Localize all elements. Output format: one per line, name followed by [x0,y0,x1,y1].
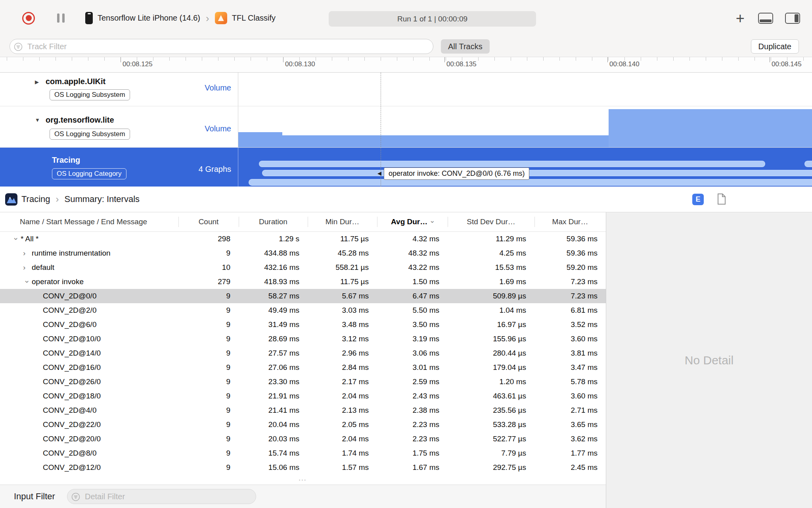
table-row[interactable]: CONV_2D@22/0920.04 ms2.05 ms2.23 ms533.2… [0,418,606,432]
row-min-dur: 11.75 µs [308,277,377,286]
track-graph-uikit[interactable] [238,73,812,106]
row-max-dur: 7.23 ms [534,292,606,300]
track-meta-label: Volume [205,124,231,133]
duplicate-button[interactable]: Duplicate [751,39,799,54]
row-name-cell: CONV_2D@26/0 [0,377,178,386]
table-row[interactable]: ›runtime instrumentation9434.88 ms45.28 … [0,246,606,260]
row-name-text: CONV_2D@18/0 [43,392,101,400]
row-max-dur: 3.81 ms [534,349,606,358]
row-name-text: CONV_2D@14/0 [43,349,101,357]
row-std-dev-dur: 11.29 ms [448,235,534,243]
table-row[interactable]: CONV_2D@12/0915.06 ms1.57 ms1.67 ms292.7… [0,460,606,475]
track-header[interactable]: Tracing OS Logging Category 4 Graphs [0,148,238,187]
chevron-collapsed-icon[interactable]: › [23,263,32,272]
column-header-name[interactable]: Name / Start Message / End Message [0,212,178,231]
interval-bar[interactable] [804,161,812,167]
row-name-cell: CONV_2D@18/0 [0,392,178,400]
add-instrument-button[interactable]: + [734,11,746,26]
chevron-right-icon: › [206,13,209,23]
document-inspector-icon[interactable] [717,193,726,205]
table-row[interactable]: ›default10432.16 ms558.21 µs43.22 ms15.5… [0,260,606,275]
row-std-dev-dur: 280.44 µs [448,349,534,358]
record-icon [26,15,32,21]
right-pane-toggle-button[interactable] [785,13,800,24]
all-tracks-button[interactable]: All Tracks [441,39,490,54]
interval-bar[interactable] [249,179,812,186]
table-row[interactable]: ›operator invoke279418.93 ms11.75 µs1.50… [0,275,606,289]
row-avg-dur: 5.50 ms [377,306,448,315]
column-header-count[interactable]: Count [178,212,239,231]
row-std-dev-dur: 1.04 ms [448,306,534,315]
column-header-avg-dur[interactable]: Avg Dur… › [377,212,448,231]
track-header[interactable]: ▼ org.tensorflow.lite OS Logging Subsyst… [0,106,238,147]
row-max-dur: 3.47 ms [534,363,606,372]
row-name-text: CONV_2D@4/0 [43,406,96,414]
table-row[interactable]: CONV_2D@10/0928.69 ms3.12 ms3.19 ms155.9… [0,332,606,346]
row-duration: 20.03 ms [239,435,308,443]
column-header-min-dur[interactable]: Min Dur… [308,212,377,231]
track-com-apple-uikit[interactable]: ▶ com.apple.UIKit OS Logging Subsystem V… [0,73,812,106]
table-row[interactable]: CONV_2D@16/0927.06 ms2.84 ms3.01 ms179.0… [0,360,606,375]
record-button[interactable] [22,12,35,25]
row-min-dur: 2.13 ms [308,406,377,415]
pause-button[interactable] [57,13,65,23]
disclosure-expanded-icon[interactable]: ▼ [35,117,40,123]
detail-filter-input[interactable] [67,489,256,504]
instruments-window: Tensorflow Lite iPhone (14.6) › TFL Clas… [0,0,812,508]
row-count: 9 [178,377,239,386]
row-count: 9 [178,249,239,258]
row-std-dev-dur: 509.89 µs [448,292,534,300]
table-row[interactable]: ›* All *2981.29 s11.75 µs4.32 ms11.29 ms… [0,232,606,246]
interval-bar[interactable] [259,161,765,167]
track-graph-volume[interactable] [238,106,812,147]
table-row[interactable]: CONV_2D@26/0923.30 ms2.17 ms2.59 ms1.20 … [0,375,606,389]
track-filter-bar: All Tracks Duplicate [0,36,812,57]
row-duration: 434.88 ms [239,249,308,258]
breadcrumb-instrument[interactable]: Tracing [21,194,50,204]
ruler-tick: 00:08.125 [121,57,121,72]
volume-bar [238,132,282,147]
track-graph-tracing[interactable]: ◀ operator invoke: CONV_2D@0/0 (6.76 ms) [238,148,812,187]
chevron-collapsed-icon[interactable]: › [23,249,32,258]
row-name-text: CONV_2D@20/0 [43,435,101,443]
device-app-selector[interactable]: Tensorflow Lite iPhone (14.6) › TFL Clas… [85,12,276,24]
table-row[interactable]: CONV_2D@4/0921.41 ms2.13 ms2.38 ms235.56… [0,403,606,418]
breadcrumb-detail[interactable]: Summary: Intervals [65,194,140,204]
table-row[interactable]: CONV_2D@14/0927.57 ms2.96 ms3.06 ms280.4… [0,346,606,360]
row-std-dev-dur: 1.69 ms [448,277,534,286]
column-header-std-dev-dur[interactable]: Std Dev Dur… [448,212,534,231]
table-rows: ›* All *2981.29 s11.75 µs4.32 ms11.29 ms… [0,232,606,475]
chevron-expanded-icon[interactable]: › [12,235,21,243]
track-name: org.tensorflow.lite [46,115,114,125]
row-name-cell: CONV_2D@20/0 [0,435,178,443]
ruler-tick: 00:08.140 [607,57,608,72]
table-row[interactable]: CONV_2D@2/0949.49 ms3.03 ms5.50 ms1.04 m… [0,303,606,318]
timeline-ruler[interactable]: 00:08.125 00:08.130 00:08.135 00:08.140 … [0,57,812,73]
interval-bar[interactable] [262,170,812,176]
bottom-pane-icon [760,19,772,22]
track-filter-input[interactable] [10,39,433,54]
extended-detail-inspector-button[interactable]: E [692,194,704,205]
row-duration: 21.91 ms [239,392,308,400]
track-tracing-selected[interactable]: Tracing OS Logging Category 4 Graphs ◀ o… [0,148,812,187]
row-duration: 20.04 ms [239,420,308,429]
row-min-dur: 2.96 ms [308,349,377,358]
column-header-duration[interactable]: Duration [239,212,308,231]
table-row[interactable]: CONV_2D@8/0915.74 ms1.74 ms1.75 ms7.79 µ… [0,446,606,460]
row-min-dur: 2.05 ms [308,420,377,429]
disclosure-collapsed-icon[interactable]: ▶ [35,79,39,85]
track-header[interactable]: ▶ com.apple.UIKit OS Logging Subsystem V… [0,73,238,106]
table-row[interactable]: CONV_2D@0/0958.27 ms5.67 ms6.47 ms509.89… [0,289,606,303]
column-header-max-dur[interactable]: Max Dur… [534,212,606,231]
row-max-dur: 1.77 ms [534,449,606,458]
chevron-expanded-icon[interactable]: › [23,277,32,286]
table-row[interactable]: CONV_2D@18/0921.91 ms2.04 ms2.43 ms463.6… [0,389,606,403]
table-row[interactable]: CONV_2D@20/0920.03 ms2.04 ms2.23 ms522.7… [0,432,606,446]
track-org-tensorflow-lite[interactable]: ▼ org.tensorflow.lite OS Logging Subsyst… [0,106,812,148]
bottom-pane-toggle-button[interactable] [758,13,773,24]
table-row[interactable]: CONV_2D@6/0931.49 ms3.48 ms3.50 ms16.97 … [0,318,606,332]
row-name-text: CONV_2D@22/0 [43,420,101,429]
row-duration: 418.93 ms [239,277,308,286]
track-badge: OS Logging Category [52,168,126,179]
row-duration: 21.41 ms [239,406,308,415]
